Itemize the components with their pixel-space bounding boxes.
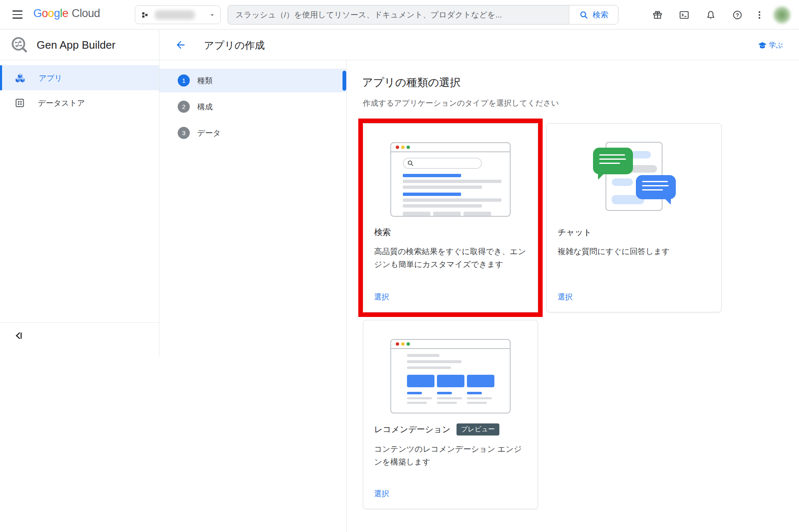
step-config[interactable]: 2 構成	[159, 95, 346, 119]
more-vertical-icon[interactable]	[757, 9, 762, 21]
page-title: アプリの作成	[204, 39, 265, 52]
logo-letter: G	[33, 7, 42, 20]
step-number: 3	[178, 127, 190, 139]
topbar-actions: ?	[637, 0, 799, 30]
topbar: Google Cloud 検索	[0, 0, 799, 30]
scrollbar-thumb[interactable]	[342, 71, 346, 91]
window-dot-red	[396, 146, 399, 149]
arrow-left-icon	[175, 39, 186, 51]
window-dot-yellow	[401, 146, 404, 149]
card-title: チャット	[558, 227, 710, 238]
cloud-shell-icon[interactable]	[678, 9, 690, 21]
search-bar: 検索	[228, 5, 618, 25]
search-button[interactable]: 検索	[569, 5, 618, 24]
search-illustration	[363, 124, 538, 217]
step-label: 構成	[197, 101, 213, 112]
select-search-link[interactable]: 選択	[374, 292, 389, 302]
window-dot-green	[407, 146, 410, 149]
logo-letter: o	[48, 7, 54, 20]
project-logo-icon	[141, 10, 150, 20]
step-type[interactable]: 1 種類	[159, 69, 346, 92]
main-content: アプリの種類の選択 作成するアプリケーションのタイプを選択してください	[347, 60, 799, 532]
card-chat: チャット 複雑な質問にすぐに回答します 選択	[546, 123, 722, 312]
school-icon	[758, 41, 767, 50]
caret-down-icon	[208, 11, 216, 19]
gift-icon[interactable]	[652, 9, 663, 21]
collapse-nav-button[interactable]	[13, 331, 24, 341]
wizard-steps: 1 種類 2 構成 3 データ	[159, 60, 347, 532]
apps-cubes-icon	[15, 72, 26, 84]
notifications-bell-icon[interactable]	[705, 9, 717, 21]
window-dot-red	[396, 342, 399, 346]
section-title: アプリの種類の選択	[362, 75, 461, 90]
recommendation-illustration	[363, 320, 538, 413]
step-data[interactable]: 3 データ	[159, 121, 346, 145]
logo-letter: o	[42, 7, 48, 20]
chat-bubble-blue	[636, 175, 676, 199]
preview-badge: プレビュー	[457, 423, 500, 435]
sidebar: アプリ データストア	[0, 60, 159, 356]
card-title: レコメンデーション	[374, 424, 451, 435]
sidebar-item-datastore[interactable]: データストア	[0, 90, 159, 115]
app-type-cards: 検索 高品質の検索結果をすぐに取得でき、エンジンも簡単にカスタマイズできます 選…	[363, 123, 722, 509]
sidebar-item-label: アプリ	[39, 73, 62, 83]
card-description: コンテンツのレコメンデーション エンジンを構築します	[374, 443, 527, 469]
menu-icon[interactable]	[12, 10, 23, 20]
gen-app-builder-icon	[10, 35, 29, 54]
product-name: Gen App Builder	[37, 39, 115, 52]
card-description: 複雑な質問にすぐに回答します	[558, 245, 710, 258]
user-avatar[interactable]	[773, 6, 791, 24]
help-icon[interactable]: ?	[732, 9, 743, 21]
card-title: 検索	[374, 227, 527, 238]
chat-bubble-green	[593, 148, 633, 174]
collapse-icon	[14, 331, 24, 341]
learn-link[interactable]: 学ぶ	[758, 40, 783, 50]
step-number: 1	[178, 74, 190, 87]
section-subtitle: 作成するアプリケーションのタイプを選択してください	[363, 98, 559, 108]
project-selector[interactable]	[135, 5, 221, 24]
mock-search-icon	[407, 160, 414, 166]
select-recommendation-link[interactable]: 選択	[374, 489, 389, 499]
learn-label: 学ぶ	[769, 40, 783, 50]
card-search: 検索 高品質の検索結果をすぐに取得でき、エンジンも簡単にカスタマイズできます 選…	[363, 123, 538, 312]
window-dot-green	[407, 342, 410, 346]
svg-text:?: ?	[736, 12, 739, 18]
google-cloud-logo[interactable]: Google Cloud	[33, 7, 100, 20]
window-dot-yellow	[401, 342, 404, 346]
select-chat-link[interactable]: 選択	[558, 292, 573, 302]
product-block: Gen App Builder	[0, 30, 159, 60]
search-input[interactable]	[228, 5, 569, 24]
search-button-label: 検索	[593, 10, 608, 20]
datastore-icon	[15, 98, 25, 108]
step-label: 種類	[197, 75, 213, 86]
logo-letter: e	[62, 7, 69, 20]
card-recommendation: レコメンデーション プレビュー コンテンツのレコメンデーション エンジンを構築し…	[363, 320, 538, 509]
project-name-redacted	[155, 10, 195, 20]
step-number: 2	[178, 101, 190, 113]
card-description: 高品質の検索結果をすぐに取得でき、エンジンも簡単にカスタマイズできます	[374, 245, 527, 271]
sidebar-item-apps[interactable]: アプリ	[0, 65, 159, 90]
app-header: Gen App Builder アプリの作成 学ぶ	[0, 30, 799, 60]
logo-letter: g	[54, 7, 60, 20]
sidebar-item-label: データストア	[38, 98, 85, 108]
chat-illustration	[547, 124, 721, 217]
sidebar-divider	[0, 322, 159, 323]
step-label: データ	[197, 128, 221, 138]
back-button[interactable]	[175, 39, 186, 51]
search-icon	[579, 10, 589, 20]
logo-cloud-text: Cloud	[72, 7, 100, 20]
